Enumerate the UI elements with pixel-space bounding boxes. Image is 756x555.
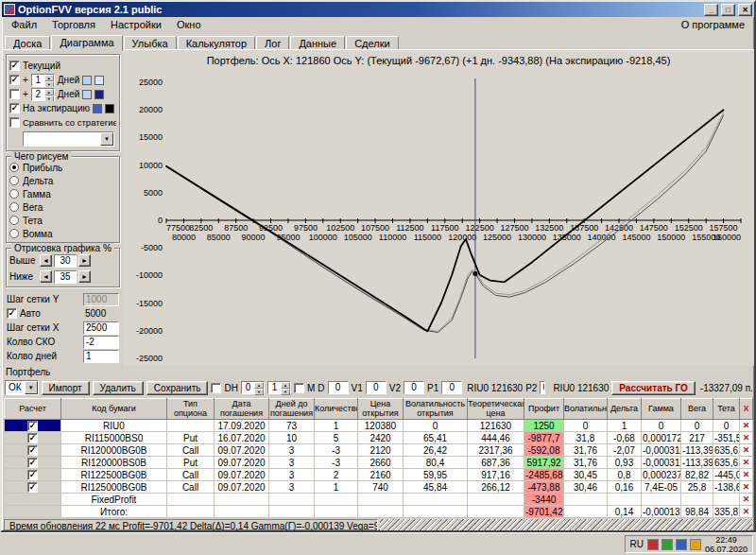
tab-diagram[interactable]: Диаграмма [51,35,122,51]
language-indicator[interactable]: RU [630,539,644,549]
color-swatch[interactable] [94,76,104,85]
preset-dropdown[interactable]: ОК ▼ [5,380,39,395]
close-button[interactable]: ✕ [738,4,752,16]
radio-icon[interactable] [9,216,19,225]
d-input[interactable]: 0 [328,381,349,394]
spinner-arrows-icon[interactable] [254,382,264,393]
calc-cell[interactable]: ✓ [5,469,61,481]
menu-trade[interactable]: Торговля [44,18,103,31]
tab-board[interactable]: Доска [5,36,50,50]
tab-smile[interactable]: Улыбка [124,36,177,50]
color-swatch[interactable] [93,104,102,113]
resize-grip[interactable] [380,519,752,532]
p1-input[interactable]: 0 [441,381,462,394]
draw-option-vomma[interactable]: Вомма [9,227,116,240]
sko-count-input[interactable]: -2 [83,336,119,349]
draw-option-delta[interactable]: Дельта [9,174,116,187]
current-checkbox[interactable]: ✓ [9,61,20,71]
draw-option-gamma[interactable]: Гамма [9,187,116,200]
color-swatch[interactable] [82,76,92,85]
v1-input[interactable]: 0 [366,381,387,394]
tab-calculator[interactable]: Калькулятор [178,36,255,50]
grid-step-y-input[interactable]: 1000 [83,293,119,306]
row-checkbox[interactable]: ✓ [27,482,38,493]
calc-cell[interactable]: ✓ [5,444,61,457]
auto-checkbox[interactable]: ✓ [7,308,17,319]
row-checkbox[interactable]: ✓ [27,458,38,468]
tray-icon-green[interactable] [662,539,673,550]
p2-input[interactable]: 0 [540,381,545,394]
plus1-days-checkbox[interactable]: ✓ [9,75,20,85]
below-value[interactable]: 35 [54,270,77,284]
tab-data[interactable]: Данные [290,36,345,50]
spinner-arrows-icon[interactable] [44,75,54,86]
calc-cell[interactable]: ✓ [5,481,61,494]
maximize-button[interactable]: □ [721,4,735,16]
tray-icon-blue[interactable] [676,539,687,550]
tab-deals[interactable]: Сделки [346,36,399,50]
delete-button[interactable]: Удалить [93,381,144,395]
spinner-arrows-icon[interactable] [281,382,290,393]
grid-step-x-input[interactable]: 2500 [83,321,119,335]
draw-option-profit[interactable]: Прибыль [9,161,116,174]
calc-cell[interactable] [5,494,61,506]
radio-icon[interactable] [9,176,19,185]
row-checkbox[interactable]: ✓ [27,421,38,431]
chevron-down-icon[interactable]: ▼ [100,132,113,146]
arrow-left-icon[interactable]: ◄ [40,270,52,283]
delete-row-button[interactable]: ✕ [740,469,753,481]
compare-strategy-dropdown[interactable]: ▼ [23,131,114,147]
row-checkbox[interactable]: ✓ [27,445,38,456]
menu-settings[interactable]: Настройки [103,18,169,31]
delete-row-button[interactable]: ✕ [740,444,753,457]
color-swatch[interactable] [105,104,114,113]
calc-cell[interactable]: ✓ [5,457,61,469]
menu-about[interactable]: О программе [674,18,752,31]
import-button[interactable]: Импорт [42,381,90,395]
arrow-right-icon[interactable]: ► [78,254,91,267]
menu-window[interactable]: Окно [169,18,209,31]
radio-icon[interactable] [9,202,19,212]
calc-cell[interactable]: ✓ [5,432,61,444]
color-swatch[interactable] [94,90,104,99]
save-button[interactable]: Сохранить [146,381,209,395]
arrow-left-icon[interactable]: ◄ [40,254,52,267]
draw-option-theta[interactable]: Тета [9,214,116,227]
tab-log[interactable]: Лог [256,36,289,50]
row-checkbox[interactable]: ✓ [27,433,38,443]
m-checkbox[interactable] [294,383,304,393]
dh-checkbox[interactable] [211,383,221,393]
plus2-days-spinner[interactable]: 2 [31,88,55,101]
days-count-input[interactable]: 1 [83,350,119,363]
radio-icon[interactable] [9,229,19,238]
delete-row-button[interactable]: ✕ [740,506,753,518]
draw-option-vega[interactable]: Вега [9,200,116,214]
chevron-down-icon[interactable]: ▼ [25,381,38,394]
above-value[interactable]: 30 [54,254,77,268]
delete-row-button[interactable]: ✕ [740,481,753,494]
delete-row-button[interactable]: ✕ [740,494,753,506]
delete-row-button[interactable]: ✕ [740,420,753,432]
calc-cell[interactable]: ✓ [5,420,61,432]
expiration-checkbox[interactable]: ✓ [9,103,20,113]
plus2-days-checkbox[interactable] [9,89,20,99]
color-swatch[interactable] [82,90,92,99]
plus1-days-spinner[interactable]: 1 [31,74,55,87]
dh-spinner-1[interactable]: 0 [241,381,265,394]
row-checkbox[interactable]: ✓ [27,470,38,480]
calc-cell[interactable] [5,506,61,518]
radio-icon[interactable] [9,163,19,172]
arrow-right-icon[interactable]: ► [78,270,91,283]
v2-input[interactable]: 0 [404,381,424,394]
minimize-button[interactable]: _ [704,4,718,16]
menu-file[interactable]: Файл [4,18,44,31]
dh-spinner-2[interactable]: 1 [267,381,291,394]
delete-row-button[interactable]: ✕ [740,432,753,444]
tray-icon-yellow[interactable] [690,539,701,550]
delete-row-button[interactable]: ✕ [740,457,753,469]
calc-margin-button[interactable]: Рассчитать ГО [611,381,696,395]
radio-icon[interactable] [9,189,19,199]
tray-icon-red[interactable] [647,539,659,550]
compare-strategy-checkbox[interactable] [9,117,20,128]
spinner-arrows-icon[interactable] [44,89,54,100]
